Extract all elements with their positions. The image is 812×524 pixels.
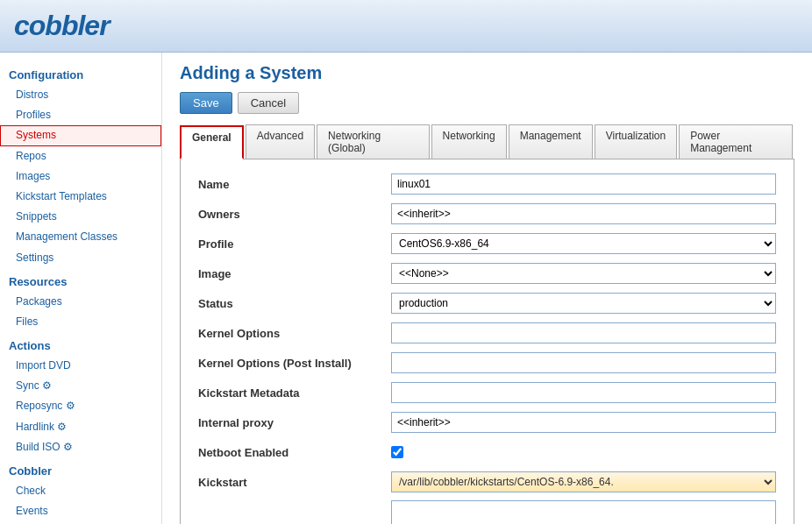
sidebar-item-kickstart-templates[interactable]: Kickstart Templates — [0, 187, 161, 207]
sidebar-item-import-dvd[interactable]: Import DVD — [0, 356, 161, 376]
sidebar-item-settings[interactable]: Settings — [0, 248, 161, 268]
form-row: Netboot Enabled — [198, 441, 776, 464]
sidebar-item-build-iso-⚙[interactable]: Build ISO ⚙ — [0, 437, 161, 457]
logo: cobbler — [14, 10, 110, 42]
form-row: Name — [198, 173, 776, 195]
form-label: Internal proxy — [198, 416, 391, 429]
sidebar-item-systems[interactable]: Systems — [0, 125, 161, 145]
form-input-kickstart-metadata[interactable] — [391, 382, 776, 403]
form-container: NameOwnersProfileCentOS6.9-x86_64Image<<… — [180, 159, 794, 524]
tab-advanced[interactable]: Advanced — [246, 124, 315, 159]
form-input-internal-proxy[interactable] — [391, 412, 776, 433]
form-input-owners[interactable] — [391, 203, 776, 224]
form-checkbox-netboot[interactable] — [391, 446, 403, 458]
kickstart-select[interactable]: /var/lib/cobbler/kickstarts/CentOS-6.9-x… — [391, 471, 776, 492]
form-select-profile[interactable]: CentOS6.9-x86_64 — [391, 233, 776, 254]
form-label: Netboot Enabled — [198, 446, 391, 459]
form-label: Kickstart — [198, 476, 391, 489]
form-input-kernel-options-post-install-[interactable] — [391, 352, 776, 373]
form-label: Owners — [198, 208, 391, 221]
tabs: GeneralAdvancedNetworking (Global)Networ… — [180, 124, 794, 159]
main-content: Adding a System Save Cancel GeneralAdvan… — [162, 53, 812, 524]
form-label: Kernel Options — [198, 327, 391, 340]
form-select-status[interactable]: production — [391, 293, 776, 314]
sidebar-item-check[interactable]: Check — [0, 481, 161, 501]
sidebar-section-title: Cobbler — [0, 457, 161, 481]
sidebar-item-repos[interactable]: Repos — [0, 146, 161, 166]
sidebar-item-management-classes[interactable]: Management Classes — [0, 227, 161, 247]
tab-management[interactable]: Management — [509, 124, 593, 159]
cancel-button[interactable]: Cancel — [238, 92, 299, 114]
sidebar-item-hardlink-⚙[interactable]: Hardlink ⚙ — [0, 417, 161, 437]
sidebar-item-reposync-⚙[interactable]: Reposync ⚙ — [0, 396, 161, 416]
form-input-name[interactable] — [391, 173, 776, 195]
form-row: ProfileCentOS6.9-x86_64 — [198, 232, 776, 255]
form-input-kernel-options[interactable] — [391, 322, 776, 343]
tab-networking[interactable]: Networking — [431, 124, 507, 159]
tab-power-management[interactable]: Power Management — [679, 124, 793, 159]
sidebar-section-title: Actions — [0, 332, 161, 356]
form-label: Name — [198, 178, 391, 191]
layout: ConfigurationDistrosProfilesSystemsRepos… — [0, 53, 812, 524]
tab-networking-global-[interactable]: Networking (Global) — [317, 124, 430, 159]
tab-virtualization[interactable]: Virtualization — [595, 124, 677, 159]
sidebar-item-events[interactable]: Events — [0, 501, 161, 521]
form-row: Comment — [198, 500, 776, 524]
sidebar-item-files[interactable]: Files — [0, 312, 161, 332]
form: NameOwnersProfileCentOS6.9-x86_64Image<<… — [198, 173, 776, 524]
form-row: Statusproduction — [198, 292, 776, 315]
form-label: Image — [198, 267, 391, 280]
form-textarea-comment[interactable] — [391, 500, 776, 524]
form-select-image[interactable]: <<None>> — [391, 263, 776, 284]
form-row: Kickstart Metadata — [198, 381, 776, 404]
form-label: Profile — [198, 237, 391, 251]
form-label: Kernel Options (Post Install) — [198, 357, 391, 370]
sidebar-item-images[interactable]: Images — [0, 166, 161, 187]
form-row: Internal proxy — [198, 411, 776, 434]
save-button[interactable]: Save — [180, 92, 232, 114]
tab-general[interactable]: General — [180, 125, 244, 159]
sidebar-section-title: Configuration — [0, 61, 161, 85]
sidebar: ConfigurationDistrosProfilesSystemsRepos… — [0, 53, 162, 524]
form-label: Kickstart Metadata — [198, 386, 391, 400]
form-row: Kernel Options — [198, 322, 776, 344]
toolbar: Save Cancel — [180, 92, 794, 114]
sidebar-item-distros[interactable]: Distros — [0, 85, 161, 105]
sidebar-item-profiles[interactable]: Profiles — [0, 105, 161, 125]
sidebar-item-packages[interactable]: Packages — [0, 292, 161, 312]
form-row: Kickstart/var/lib/cobbler/kickstarts/Cen… — [198, 471, 776, 493]
sidebar-item-sync-⚙[interactable]: Sync ⚙ — [0, 376, 161, 396]
form-row: Kernel Options (Post Install) — [198, 351, 776, 374]
form-row: Owners — [198, 202, 776, 225]
page-title: Adding a System — [180, 63, 794, 83]
sidebar-section-title: Resources — [0, 268, 161, 292]
header: cobbler — [0, 0, 812, 53]
sidebar-item-snippets[interactable]: Snippets — [0, 207, 161, 227]
form-label: Status — [198, 297, 391, 310]
form-row: Image<<None>> — [198, 262, 776, 285]
